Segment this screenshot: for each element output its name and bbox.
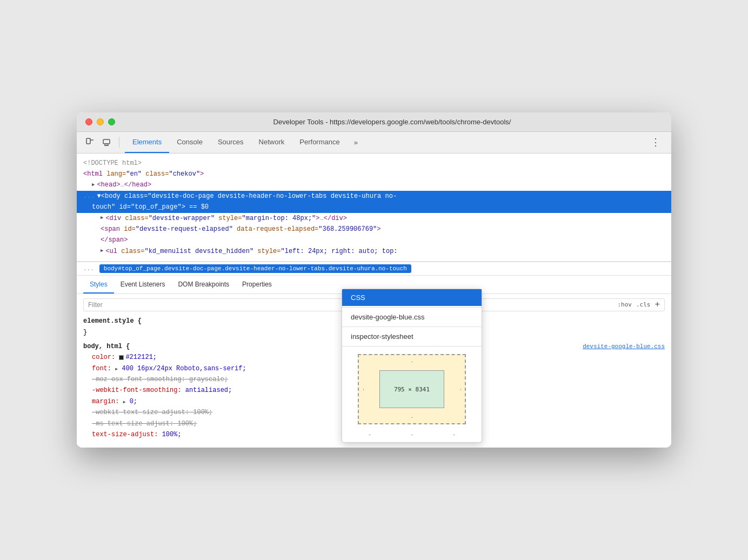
dom-line-div-wrapper[interactable]: ▶<div class="devsite-wrapper" style="mar… [77, 213, 671, 224]
color-swatch [119, 355, 124, 360]
window-title: Developer Tools - https://developers.goo… [122, 118, 663, 126]
box-model-size: 795 × 8341 [394, 386, 430, 393]
triangle-icon: ▶ [101, 214, 103, 222]
dropdown-separator-2 [342, 326, 482, 327]
tab-styles[interactable]: Styles [83, 276, 114, 294]
tab-elements[interactable]: Elements [125, 132, 169, 153]
dom-tree: <!DOCTYPE html> <html lang="en" class="c… [77, 154, 671, 262]
box-model-outer: - - - - 795 × 8341 [358, 354, 466, 424]
triangle-icon: ▶ [92, 181, 95, 189]
css-source-dropdown: CSS devsite-google-blue.css inspector-st… [342, 289, 482, 443]
devtools-menu-button[interactable]: ⋮ [646, 134, 665, 150]
svg-rect-0 [86, 138, 90, 144]
dom-line-span-close[interactable]: </span> [77, 235, 671, 245]
inspect-element-icon[interactable] [83, 135, 97, 149]
dom-line-html[interactable]: <html lang="en" class="chekov"> [77, 169, 671, 179]
dom-line-body-open[interactable]: ...▼<body class="devsite-doc-page devsit… [77, 191, 671, 202]
maximize-button[interactable] [108, 118, 115, 125]
toolbar-separator [119, 137, 119, 148]
dropdown-item-css[interactable]: CSS [342, 289, 482, 306]
tab-performance[interactable]: Performance [292, 132, 347, 153]
expand-icon: ▶ [115, 366, 118, 371]
box-dash-left: - [360, 388, 366, 391]
triangle-icon: ▶ [101, 247, 103, 255]
dom-line-head[interactable]: ▶<head>…</head> [77, 179, 671, 190]
dropdown-item-inspector[interactable]: inspector-stylesheet [342, 328, 482, 345]
breadcrumb-bar: ... body#top_of_page.devsite-doc-page.de… [77, 262, 671, 276]
tab-console[interactable]: Console [169, 132, 210, 153]
title-bar: Developer Tools - https://developers.goo… [77, 112, 671, 132]
main-tabs: Elements Console Sources Network Perform… [125, 132, 348, 153]
devtools-window: Developer Tools - https://developers.goo… [77, 112, 671, 448]
close-button[interactable] [85, 118, 92, 125]
breadcrumb-dots: ... [83, 265, 94, 272]
styles-panel: Styles Event Listeners DOM Breakpoints P… [77, 276, 671, 448]
dom-line-doctype[interactable]: <!DOCTYPE html> [77, 158, 671, 169]
toolbar: Elements Console Sources Network Perform… [77, 132, 671, 154]
tab-properties[interactable]: Properties [236, 276, 278, 294]
tab-event-listeners[interactable]: Event Listeners [114, 276, 172, 294]
expand-icon: ▶ [123, 399, 126, 404]
dropdown-separator-3 [342, 346, 482, 346]
dom-tree-panel: <!DOCTYPE html> <html lang="en" class="c… [77, 154, 671, 448]
dom-line-ul-menulist[interactable]: ▶<ul class="kd_menulist devsite_hidden" … [77, 246, 671, 257]
hov-button[interactable]: :hov [617, 300, 632, 310]
tab-network[interactable]: Network [251, 132, 292, 153]
traffic-lights [85, 118, 115, 125]
box-model-inner: 795 × 8341 [379, 370, 444, 408]
box-dash-top: - [410, 358, 413, 364]
box-model-margins: - - - [342, 431, 482, 442]
toolbar-right: ⋮ [646, 134, 665, 150]
cls-button[interactable]: .cls [636, 300, 651, 310]
box-dash-right: - [458, 388, 464, 391]
box-model-container: - - - - 795 × 8341 [342, 348, 482, 431]
dropdown-item-devsite-css[interactable]: devsite-google-blue.css [342, 309, 482, 325]
tab-sources[interactable]: Sources [210, 132, 251, 153]
device-toolbar-icon[interactable] [99, 135, 113, 149]
add-style-button[interactable]: + [654, 298, 660, 312]
more-tabs-button[interactable]: » [350, 138, 362, 146]
tab-dom-breakpoints[interactable]: DOM Breakpoints [171, 276, 236, 294]
styles-area: Filter :hov .cls + element.style { } [77, 294, 671, 448]
dom-line-body-cont[interactable]: touch" id="top_of_page"> == $0 [77, 202, 671, 212]
svg-rect-2 [103, 139, 110, 144]
box-dash-bottom: - [410, 414, 413, 420]
minimize-button[interactable] [97, 118, 104, 125]
body-rule-source[interactable]: devsite-google-blue.css [583, 342, 665, 352]
breadcrumb-path[interactable]: body#top_of_page.devsite-doc-page.devsit… [99, 264, 411, 273]
dropdown-separator [342, 307, 482, 308]
dom-line-span-elapsed[interactable]: <span id="devsite-request-elapsed" data-… [77, 224, 671, 235]
